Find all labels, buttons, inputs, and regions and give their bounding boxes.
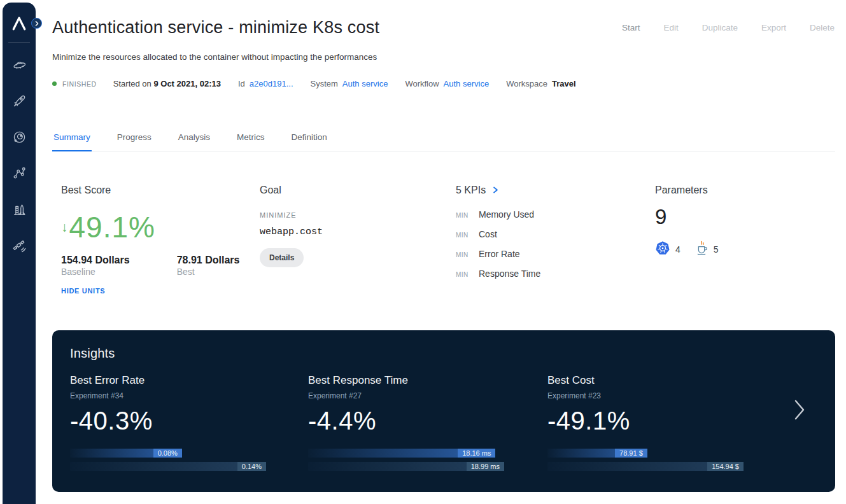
sidebar-item-graph-icon[interactable] (3, 155, 36, 192)
delete-button[interactable]: Delete (810, 23, 835, 32)
sidebar-item-launchpad-icon[interactable] (3, 192, 36, 228)
insight-card-response-time: Best Response Time Experiment #27 -4.4% … (308, 374, 547, 471)
insights-heading: Insights (70, 346, 817, 361)
kpis-panel: 5 KPIs MIN Memory Used MIN Cost MIN Erro… (456, 185, 655, 295)
system-link[interactable]: Auth service (342, 79, 388, 88)
insights-cards: Best Error Rate Experiment #34 -40.3% 0.… (70, 374, 817, 471)
parameters-breakdown: 4 5 (655, 241, 844, 258)
sidebar-item-orbit-icon[interactable] (3, 119, 36, 155)
tab-bar: Summary Progress Analysis Metrics Defini… (52, 131, 835, 151)
parameters-panel: Parameters 9 4 (655, 185, 844, 295)
down-arrow-icon: ↓ (61, 220, 68, 235)
page-subtitle: Minimize the resources allocated to the … (52, 52, 377, 62)
score-values: 154.94 Dollars Baseline 78.91 Dollars Be… (61, 255, 260, 277)
parameters-total: 9 (655, 205, 844, 229)
best-pair: 78.91 Dollars Best (177, 255, 260, 277)
sidebar-item-satellite-icon[interactable] (3, 228, 36, 264)
workspace: WorkspaceTravel (506, 79, 575, 88)
insight-card-cost: Best Cost Experiment #23 -49.1% 78.91 $ … (547, 374, 817, 471)
experiment-label: Experiment #27 (308, 391, 547, 400)
comparison-bars: 18.16 ms 18.99 ms (308, 449, 504, 471)
tab-analysis[interactable]: Analysis (177, 131, 211, 151)
edit-button[interactable]: Edit (663, 23, 678, 32)
goal-direction: MINIMIZE (260, 211, 456, 219)
summary-section: Best Score ↓ 49.1% 154.94 Dollars Baseli… (61, 185, 844, 295)
delta-value: -49.1% (547, 407, 817, 435)
baseline-bar: 0.14% (70, 462, 266, 471)
kpis-chevron-icon[interactable] (493, 185, 498, 196)
header-actions: Start Edit Duplicate Export Delete (622, 23, 835, 32)
sidebar-divider (8, 42, 30, 43)
hide-units-link[interactable]: HIDE UNITS (61, 287, 260, 295)
best-score-value: ↓ 49.1% (61, 210, 260, 244)
goal-heading: Goal (260, 185, 456, 196)
kubernetes-count: 4 (675, 244, 680, 255)
comparison-bars: 0.08% 0.14% (70, 449, 266, 471)
kpi-row-response-time: MIN Response Time (456, 269, 655, 279)
study-id-link[interactable]: a2e0d191... (250, 79, 293, 88)
baseline-bar: 154.94 $ (547, 462, 744, 471)
study-id: Ida2e0d191... (238, 79, 293, 88)
carousel-next-icon[interactable] (793, 398, 806, 424)
delta-value: -40.3% (70, 407, 308, 435)
kpi-list: MIN Memory Used MIN Cost MIN Error Rate … (456, 209, 655, 279)
workflow-link[interactable]: Auth service (444, 79, 490, 88)
baseline-bar: 18.99 ms (308, 462, 504, 471)
experiment-label: Experiment #23 (547, 391, 817, 400)
app-logo-icon[interactable] (3, 3, 36, 33)
status-badge: FINISHED (52, 80, 97, 88)
sidebar-expand-button[interactable] (31, 18, 42, 29)
goal-panel: Goal MINIMIZE webapp.cost Details (260, 185, 456, 295)
status-row: FINISHED Started on 9 Oct 2021, 02:13 Id… (52, 79, 593, 88)
details-button[interactable]: Details (260, 248, 304, 267)
tab-summary[interactable]: Summary (52, 131, 92, 151)
best-score-panel: Best Score ↓ 49.1% 154.94 Dollars Baseli… (61, 185, 260, 295)
export-button[interactable]: Export (761, 23, 786, 32)
java-count: 5 (714, 244, 719, 255)
comparison-bars: 78.91 $ 154.94 $ (547, 449, 744, 471)
duplicate-button[interactable]: Duplicate (702, 23, 738, 32)
main-content: Authentication service - minimize K8s co… (36, 0, 846, 504)
best-bar: 78.91 $ (547, 449, 647, 458)
sidebar-item-ufo-icon[interactable] (3, 46, 36, 83)
best-bar: 0.08% (70, 449, 182, 458)
experiment-label: Experiment #34 (70, 391, 308, 400)
tab-metrics[interactable]: Metrics (236, 131, 266, 151)
system: SystemAuth service (311, 79, 388, 88)
goal-metric: webapp.cost (260, 227, 456, 237)
kubernetes-icon (655, 241, 670, 258)
best-bar: 18.16 ms (308, 449, 495, 458)
delta-value: -4.4% (308, 407, 547, 435)
insights-panel: Insights Best Error Rate Experiment #34 … (52, 330, 835, 492)
sidebar-item-rocket-icon[interactable] (3, 83, 36, 119)
sidebar (3, 3, 36, 504)
baseline-pair: 154.94 Dollars Baseline (61, 255, 166, 277)
status-dot-icon (52, 81, 57, 86)
parameters-heading: Parameters (655, 185, 844, 196)
tab-definition[interactable]: Definition (290, 131, 328, 151)
kpi-row-error-rate: MIN Error Rate (456, 249, 655, 259)
started-on: Started on 9 Oct 2021, 02:13 (113, 79, 221, 88)
kpis-heading: 5 KPIs (456, 185, 486, 196)
start-button[interactable]: Start (622, 23, 640, 32)
page-title: Authentication service - minimize K8s co… (52, 18, 379, 38)
tab-progress[interactable]: Progress (116, 131, 153, 151)
sidebar-nav (3, 46, 36, 264)
kpi-row-cost: MIN Cost (456, 229, 655, 239)
insight-card-error-rate: Best Error Rate Experiment #34 -40.3% 0.… (70, 374, 308, 471)
kpi-row-memory-used: MIN Memory Used (456, 209, 655, 220)
java-icon (694, 241, 709, 258)
workflow: WorkflowAuth service (405, 79, 489, 88)
best-score-heading: Best Score (61, 185, 260, 196)
